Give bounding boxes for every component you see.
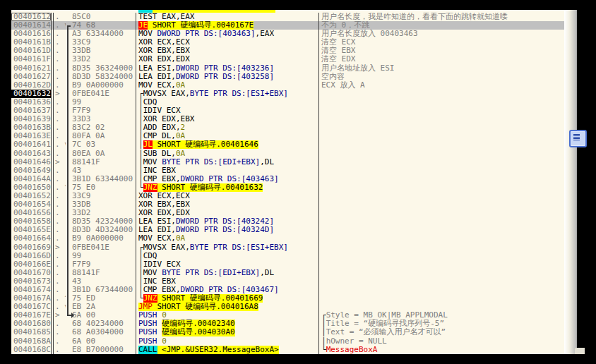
disasm-segment: <JMP.&USER32.MessageBoxA> [157, 346, 279, 354]
disasm-row[interactable]: 0040163E.80FA 0A│CMP DL,0A [11, 132, 564, 140]
instruction-bytes-cell: B9 0A000000 [71, 234, 136, 243]
disasm-row[interactable]: 0040167C. vEB 2AJMP SHORT 硬编码寻.004016A8 [11, 303, 564, 311]
flow-marker-cell: . [54, 200, 66, 209]
disasm-cell: │CMP EBX,DWORD PTR DS:[403463] [136, 175, 318, 183]
disasm-row[interactable]: 00401669>0FBE041E┌MOVSX EAX,BYTE PTR DS:… [11, 243, 564, 252]
disasm-row[interactable]: 00401632>0FBE041E┌MOVSX EAX,BYTE PTR DS:… [11, 90, 564, 98]
disasm-row[interactable]: 00401652.33C9XOR ECX,ECX [11, 192, 564, 200]
disasm-row[interactable]: 0040161F.33D2XOR EDX,EDX清空 EDX [11, 55, 564, 63]
instruction-bytes-cell: 3B1D 67344000 [71, 286, 136, 294]
disasm-row[interactable]: 00401621.8D35 36324000LEA ESI,DWORD PTR … [11, 64, 564, 73]
instruction-bytes-cell: 33D3 [71, 115, 136, 123]
instruction-bytes-cell: 33C9 [71, 192, 136, 200]
disasm-segment: │ [138, 286, 143, 294]
debugger-screen: 00401612.85C0TEST EAX,EAX用户名长度，我是咋知道的，看看… [0, 0, 596, 364]
disasm-segment: MOV [143, 269, 162, 277]
disasm-segment: SUB DL, [143, 150, 176, 158]
disasm-row[interactable]: 00401658.8D35 42324000LEA ESI,DWORD PTR … [11, 217, 564, 226]
arrow-column [66, 13, 71, 21]
disasm-row[interactable]: 0040166E.F7F9│IDIV ECX [11, 260, 564, 269]
disasm-segment: 用户名地址放入 ESI [321, 64, 395, 73]
flow-marker-cell: . [54, 217, 66, 226]
disasm-segment: BYTE PTR DS:[EDI+EBX] [162, 269, 260, 277]
address-cell: 00401652 [11, 192, 51, 200]
comment-cell: └MessageBoxA [318, 346, 564, 354]
disasm-row[interactable]: 0040168C.E8 B7000000CALL <JMP.&USER32.Me… [11, 346, 564, 354]
disasm-segment: 0 [162, 337, 167, 346]
jump-mnemonic: JE [138, 21, 148, 30]
disasm-row[interactable]: 0040162D.B9 0A000000MOV ECX,0AECX 放入 A [11, 81, 564, 90]
comment-cell [318, 98, 564, 107]
flow-marker-cell: . [54, 175, 66, 183]
disasm-row[interactable]: 00401680.68 40234000PUSH 硬编码寻.00402340│T… [11, 320, 564, 328]
instruction-bytes-cell: 68 A0304000 [71, 328, 136, 336]
disasm-row[interactable]: 00401614. v74 68JE SHORT 硬编码寻.0040167E不为… [11, 21, 564, 30]
disasm-segment: DWORD PTR DS:[403463] [157, 30, 256, 38]
disasm-row[interactable]: 00401637.F7F9│IDIV ECX [11, 107, 564, 115]
disasm-row[interactable]: 0040166D.99│CDQ [11, 252, 564, 260]
disasm-cell: XOR ECX,ECX [136, 38, 318, 47]
instruction-bytes-cell: 33D2 [71, 55, 136, 63]
flow-marker-cell: . [54, 38, 66, 47]
disasm-row[interactable]: 00401650. ^75 E0└JNZ SHORT 硬编码寻.00401632 [11, 183, 564, 192]
flow-marker-cell: . [54, 81, 66, 90]
comment-cell [318, 132, 564, 140]
disasm-segment: MOV ECX, [138, 234, 176, 243]
disasm-cell: └JNZ SHORT 硬编码寻.00401632 [136, 183, 318, 192]
arrow-column [66, 328, 71, 336]
disasm-cell: LEA ESI,DWORD PTR DS:[403236] [136, 64, 318, 73]
address-cell: 0040162D [11, 81, 51, 90]
disasm-row[interactable]: 00401670.88141F│MOV BYTE PTR DS:[EDI+EBX… [11, 269, 564, 277]
comment-cell: 空内容 [318, 73, 564, 81]
disasm-row[interactable]: 0040164A.3B1D 63344000│CMP EBX,DWORD PTR… [11, 175, 564, 183]
disasm-segment: hOwner = NULL [326, 337, 387, 346]
flow-marker-cell: . ^ [54, 183, 66, 192]
disasm-segment: 0 [162, 311, 167, 320]
address-cell: 00401612 [11, 13, 51, 21]
disasm-segment: BYTE PTR DS:[ESI+EBX] [190, 243, 288, 252]
disasm-row[interactable]: 00401674.3B1D 67344000│CMP EBX,DWORD PTR… [11, 286, 564, 294]
disasm-row[interactable]: 00401646>88141F│MOV BYTE PTR DS:[EDI+EBX… [11, 158, 564, 166]
disasm-segment: CDQ [143, 252, 157, 260]
address-cell: 0040165E [11, 226, 51, 234]
disasm-segment: │ [138, 175, 143, 183]
disasm-row[interactable]: 0040167A. ^75 ED└JNZ SHORT 硬编码寻.00401669 [11, 294, 564, 303]
disasm-row[interactable]: 00401649.43│INC EBX [11, 166, 564, 175]
disassembly-pane: 00401612.85C0TEST EAX,EAX用户名长度，我是咋知道的，看看… [11, 10, 564, 354]
scrollbar-track[interactable] [564, 10, 577, 354]
address-cell: 0040167E [11, 311, 51, 320]
disasm-row[interactable]: 00401639.33D3│XOR EDX,EBX [11, 115, 564, 123]
scroll-marker-icon[interactable] [569, 130, 587, 147]
comment-cell [318, 294, 564, 303]
disasm-row[interactable]: 00401616.A3 63344000MOV DWORD PTR DS:[40… [11, 30, 564, 38]
disasm-segment: LEA ESI, [138, 217, 176, 226]
disasm-segment: INC EBX [143, 166, 176, 175]
resize-grip[interactable] [575, 348, 585, 354]
disasm-row[interactable]: 0040163B.83C2 02│ADD EDX,2 [11, 123, 564, 132]
disasm-segment: ,EAX [256, 30, 275, 38]
comment-cell: 用户名地址放入 ESI [318, 64, 564, 73]
disasm-segment: MessageBoxA [326, 346, 378, 354]
disasm-row[interactable]: 0040161D.33DBXOR EBX,EBX清空 EBX [11, 47, 564, 55]
disasm-row[interactable]: 0040167E>6A 00PUSH 0┌Style = MB_OK|MB_AP… [11, 311, 564, 320]
disasm-row[interactable]: 00401636.99│CDQ [11, 98, 564, 107]
comment-cell: │Title = “硬编码寻找序列号-5” [318, 320, 564, 328]
disasm-row[interactable]: 00401641. v7C 03│JL SHORT 硬编码寻.00401646 [11, 140, 564, 149]
disasm-row[interactable]: 0040165E.8D3D 4D324000LEA EDI,DWORD PTR … [11, 226, 564, 234]
disasm-segment: 清空 EBX [321, 47, 356, 55]
disasm-row[interactable]: 0040168A.6A 00PUSH 0│hOwner = NULL [11, 337, 564, 346]
disasm-row[interactable]: 00401643.80EA 0A│SUB DL,0A [11, 150, 564, 158]
disasm-segment: SHORT 硬编码寻.00401646 [153, 140, 258, 149]
instruction-bytes-cell: F7F9 [71, 107, 136, 115]
flow-marker-cell: > [54, 311, 66, 320]
disasm-row[interactable]: 00401654.33DBXOR EBX,EBX [11, 200, 564, 209]
disasm-row[interactable]: 00401656.33D2XOR EDX,EDX [11, 209, 564, 217]
address-cell: 00401685 [11, 328, 51, 336]
disasm-row[interactable]: 00401673.43│INC EBX [11, 277, 564, 286]
disasm-row[interactable]: 0040161B.33C9XOR ECX,ECX清空 ECX [11, 38, 564, 47]
disasm-segment: CMP EBX, [143, 286, 181, 294]
disasm-row[interactable]: 00401627.8D3D 58324000LEA EDI,DWORD PTR … [11, 73, 564, 81]
disasm-row[interactable]: 00401664.B9 0A000000MOV ECX,0A [11, 234, 564, 243]
disasm-row[interactable]: 00401685.68 A0304000PUSH 硬编码寻.004030A0│T… [11, 328, 564, 336]
disasm-row[interactable]: 00401612.85C0TEST EAX,EAX用户名长度，我是咋知道的，看看… [11, 13, 564, 21]
